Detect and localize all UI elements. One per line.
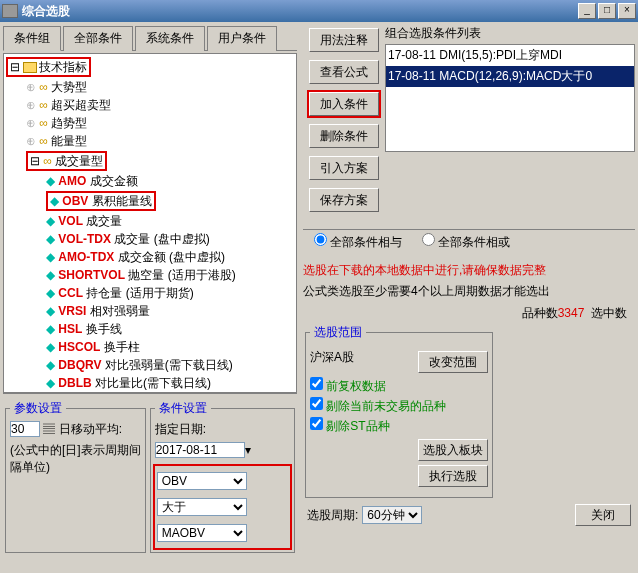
total-label: 品种数 — [522, 306, 558, 320]
tree-code[interactable]: VOL-TDX — [58, 232, 111, 246]
tree-code[interactable]: DBLB — [58, 376, 91, 390]
scope-fieldset: 选股范围 沪深A股 改变范围 前复权数据 剔除当前未交易的品种 剔除ST品种 选… — [305, 324, 493, 498]
diamond-icon: ◆ — [46, 286, 55, 300]
radio-or[interactable]: 全部条件相或 — [422, 235, 510, 249]
tree-leaf[interactable]: 换手线 — [86, 322, 122, 336]
tab-system[interactable]: 系统条件 — [135, 26, 205, 51]
diamond-icon: ◆ — [46, 232, 55, 246]
scope-legend: 选股范围 — [310, 324, 366, 341]
tree-leaf[interactable]: 持仓量 (适用于期货) — [86, 286, 193, 300]
diamond-icon: ◆ — [46, 214, 55, 228]
tree-code[interactable]: OBV — [62, 194, 88, 208]
minimize-button[interactable]: _ — [578, 3, 596, 19]
field2-select[interactable]: MAOBV — [157, 524, 247, 542]
radio-and[interactable]: 全部条件相与 — [314, 235, 402, 249]
diamond-icon: ◆ — [46, 268, 55, 282]
tree-leaf[interactable]: 相对强弱量 — [90, 304, 150, 318]
condset-fieldset: 条件设置 指定日期: ▾ OBV 大于 MAOBV — [150, 400, 295, 553]
tree-leaf[interactable]: 对比强弱量(需下载日线) — [105, 358, 233, 372]
diamond-icon: ◆ — [46, 250, 55, 264]
tree-group[interactable]: 大势型 — [51, 80, 87, 94]
period-select[interactable]: 60分钟 — [362, 506, 422, 524]
chk-exclude-st[interactable]: 剔除ST品种 — [310, 417, 488, 435]
tree-leaf[interactable]: 成交量 — [86, 214, 122, 228]
change-scope-button[interactable]: 改变范围 — [418, 351, 488, 373]
period-label: 选股周期: — [307, 507, 358, 524]
tree-leaf[interactable]: 换手柱 — [104, 340, 140, 354]
param-label: 日移动平均: — [59, 422, 122, 436]
tab-bar: 条件组 全部条件 系统条件 用户条件 — [3, 25, 297, 51]
condition-item-selected[interactable]: 17-08-11 MACD(12,26,9):MACD大于0 — [386, 66, 634, 87]
maximize-button[interactable]: □ — [598, 3, 616, 19]
tree-code[interactable]: SHORTVOL — [58, 268, 125, 282]
tree-group[interactable]: 趋势型 — [51, 116, 87, 130]
diamond-icon: ◆ — [46, 304, 55, 318]
tree-leaf[interactable]: 抛空量 (适用于港股) — [128, 268, 235, 282]
condlist-title: 组合选股条件列表 — [385, 25, 635, 42]
chk-exclude-notraded[interactable]: 剔除当前未交易的品种 — [310, 397, 488, 415]
param-hint: (公式中的[日]表示周期间隔单位) — [10, 442, 141, 476]
tree-code[interactable]: VRSI — [58, 304, 86, 318]
into-block-button[interactable]: 选股入板块 — [418, 439, 488, 461]
tree-code[interactable]: HSCOL — [58, 340, 100, 354]
tree-code[interactable]: AMO — [58, 174, 86, 188]
operator-select[interactable]: 大于 — [157, 498, 247, 516]
param-input[interactable] — [10, 421, 40, 437]
tree-code[interactable]: HSL — [58, 322, 82, 336]
tree-leaf[interactable]: 对比量比(需下载日线) — [95, 376, 211, 390]
date-label: 指定日期: — [155, 422, 206, 436]
chevron-down-icon[interactable]: ▾ — [245, 443, 251, 457]
execute-button[interactable]: 执行选股 — [418, 465, 488, 487]
import-plan-button[interactable]: 引入方案 — [309, 156, 379, 180]
diamond-icon: ◆ — [46, 174, 55, 188]
indicator-tree[interactable]: ⊟ 技术指标 ⊕ ∞ 大势型 ⊕ ∞ 超买超卖型 ⊕ ∞ 趋势型 ⊕ ∞ 能量型… — [3, 53, 297, 393]
param-legend: 参数设置 — [10, 400, 66, 417]
warning-text: 选股在下载的本地数据中进行,请确保数据完整 — [303, 260, 635, 281]
delete-condition-button[interactable]: 删除条件 — [309, 124, 379, 148]
selected-label: 选中数 — [591, 306, 627, 320]
field1-select[interactable]: OBV — [157, 472, 247, 490]
market-text: 沪深A股 — [310, 350, 354, 364]
diamond-icon: ◆ — [46, 340, 55, 354]
condset-legend: 条件设置 — [155, 400, 211, 417]
tree-code[interactable]: AMO-TDX — [58, 250, 114, 264]
tab-group[interactable]: 条件组 — [3, 26, 61, 51]
close-button[interactable]: × — [618, 3, 636, 19]
diamond-icon: ◆ — [50, 194, 59, 208]
tree-code[interactable]: VOL — [58, 214, 83, 228]
view-formula-button[interactable]: 查看公式 — [309, 60, 379, 84]
tree-leaf[interactable]: 成交金额 — [90, 174, 138, 188]
diamond-icon: ◆ — [46, 358, 55, 372]
tree-code[interactable]: DBQRV — [58, 358, 101, 372]
add-condition-button[interactable]: 加入条件 — [309, 92, 379, 116]
tree-code[interactable]: CCL — [58, 286, 83, 300]
tab-user[interactable]: 用户条件 — [207, 26, 277, 51]
diamond-icon: ◆ — [46, 376, 55, 390]
total-count: 3347 — [558, 306, 585, 320]
date-input[interactable] — [155, 442, 245, 458]
chk-fq[interactable]: 前复权数据 — [310, 377, 488, 395]
info-text: 公式类选股至少需要4个以上周期数据才能选出 — [303, 281, 635, 302]
tree-group[interactable]: 能量型 — [51, 134, 87, 148]
condition-list[interactable]: 17-08-11 DMI(15,5):PDI上穿MDI 17-08-11 MAC… — [385, 44, 635, 152]
app-icon — [2, 4, 18, 18]
tree-leaf[interactable]: 成交金额 (盘中虚拟) — [118, 250, 225, 264]
folder-icon — [23, 62, 37, 73]
tree-leaf[interactable]: 成交量 (盘中虚拟) — [114, 232, 209, 246]
condition-item[interactable]: 17-08-11 DMI(15,5):PDI上穿MDI — [386, 45, 634, 66]
save-plan-button[interactable]: 保存方案 — [309, 188, 379, 212]
tree-group-volume[interactable]: 成交量型 — [55, 154, 103, 168]
tree-root[interactable]: 技术指标 — [39, 60, 87, 74]
diamond-icon: ◆ — [46, 322, 55, 336]
tree-leaf-selected[interactable]: 累积能量线 — [92, 194, 152, 208]
close-dialog-button[interactable]: 关闭 — [575, 504, 631, 526]
tab-all[interactable]: 全部条件 — [63, 26, 133, 51]
tree-group[interactable]: 超买超卖型 — [51, 98, 111, 112]
usage-button[interactable]: 用法注释 — [309, 28, 379, 52]
window-title: 综合选股 — [22, 3, 576, 20]
param-fieldset: 参数设置 ▤ 日移动平均: (公式中的[日]表示周期间隔单位) — [5, 400, 146, 553]
